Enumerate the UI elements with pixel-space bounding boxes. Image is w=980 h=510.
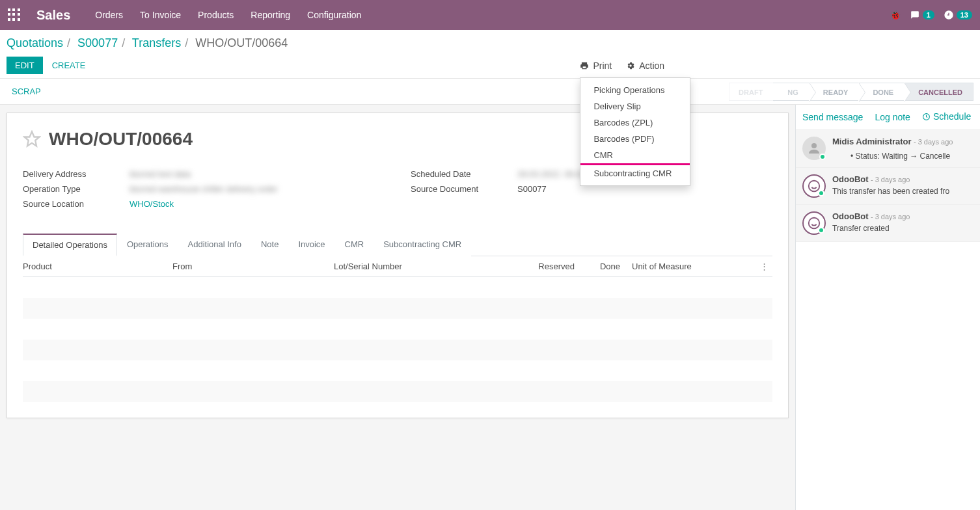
avatar [802,174,826,198]
statusbar-row: SCRAP DRAFT NG READY DONE CANCELLED [0,79,980,105]
topbar: Sales Orders To Invoice Products Reporti… [0,0,980,30]
col-done: Done [575,262,620,271]
print-picking-operations[interactable]: Picking Operations [580,82,690,98]
msg-author: OdooBot [832,211,869,221]
msg-author: Midis Administrator [832,137,912,146]
svg-point-1 [811,143,817,148]
crumb-s00077[interactable]: S00077 [77,36,118,49]
crumb-current: WHO/OUT/00664 [195,36,288,49]
chatter: Send message Log note Schedule Midis Adm… [795,105,980,510]
print-cmr[interactable]: CMR [580,147,690,165]
messages-indicator[interactable]: 1 [910,10,934,20]
gear-icon [626,61,635,70]
label-operation-type: Operation Type [23,184,129,194]
print-barcodes-pdf[interactable]: Barcodes (PDF) [580,131,690,147]
label-source-location: Source Location [23,199,129,209]
menu-reporting[interactable]: Reporting [251,10,290,20]
tab-subcontracting-cmr[interactable]: Subcontracting CMR [374,234,471,256]
table-row [23,381,772,402]
msg-time: - 3 days ago [871,176,910,183]
msg-time: - 3 days ago [871,213,910,221]
action-button[interactable]: Action [626,60,664,71]
status-done[interactable]: DONE [858,83,904,101]
value-operation-type: blurred warehouse chiller delivery order [129,184,278,194]
crumb-transfers[interactable]: Transfers [132,36,181,49]
person-icon [806,141,822,156]
chatter-message: OdooBot - 3 days ago This transfer has b… [796,168,980,205]
log-note-button[interactable]: Log note [875,112,910,122]
chatter-message: Midis Administrator - 3 days ago Status:… [796,130,980,168]
print-button[interactable]: Print [580,60,612,71]
msg-bullet: Status: Waiting → Cancelle [851,152,973,161]
chatter-actions: Send message Log note Schedule [796,105,980,130]
scrap-button[interactable]: SCRAP [7,87,46,96]
value-source-document: S00077 [517,184,547,194]
col-uom: Unit of Measure [620,262,718,271]
breadcrumb: Quotations/ S00077/ Transfers/ WHO/OUT/0… [7,36,973,50]
table-row [23,277,772,298]
tab-detailed-operations[interactable]: Detailed Operations [23,234,117,256]
label-source-document: Source Document [411,184,517,194]
menu-products[interactable]: Products [198,10,234,20]
print-subcontracting-cmr[interactable]: Subcontracting CMR [580,165,690,181]
main-wrap: WHO/OUT/00664 Delivery Address blurred t… [0,105,980,510]
value-delivery-address: blurred text data [129,169,191,179]
status-waiting[interactable]: NG [773,83,809,101]
col-reserved: Reserved [510,262,575,271]
avatar [802,211,826,235]
avatar [802,137,826,160]
msg-text: This transfer has been created fro [832,187,973,196]
clock-icon [944,10,954,20]
chatter-message: OdooBot - 3 days ago Transfer created [796,205,980,242]
create-button[interactable]: CREATE [52,60,86,70]
tab-additional-info[interactable]: Additional Info [178,234,251,256]
online-indicator [818,190,824,196]
tab-invoice[interactable]: Invoice [288,234,334,256]
kebab-icon[interactable]: ⋮ [718,262,772,271]
table-header: Product From Lot/Serial Number Reserved … [23,256,772,277]
clock-icon [922,113,931,121]
menu-configuration[interactable]: Configuration [307,10,361,20]
print-dropdown: Picking Operations Delivery Slip Barcode… [580,77,690,186]
msg-text: Transfer created [832,224,973,233]
status-ready[interactable]: READY [809,83,859,101]
status-cancelled[interactable]: CANCELLED [904,83,973,101]
msg-author: OdooBot [832,174,869,184]
table-body [23,277,772,402]
table-row [23,340,772,360]
print-delivery-slip[interactable]: Delivery Slip [580,98,690,114]
chat-icon [910,10,920,20]
status-draft[interactable]: DRAFT [729,83,773,101]
tab-cmr[interactable]: CMR [335,234,374,256]
schedule-button[interactable]: Schedule [922,111,971,123]
col-product: Product [23,262,172,271]
apps-icon[interactable] [8,8,21,21]
print-icon [580,61,589,70]
star-icon[interactable] [23,130,41,148]
online-indicator [819,154,826,160]
label-delivery-address: Delivery Address [23,169,129,179]
msg-time: - 3 days ago [914,138,953,146]
tab-operations[interactable]: Operations [117,234,178,256]
bug-icon[interactable]: 🐞 [890,10,901,20]
table-row [23,298,772,319]
messages-count: 1 [923,10,934,20]
topbar-right: 🐞 1 13 [890,10,972,20]
col-lot: Lot/Serial Number [334,262,510,271]
send-message-button[interactable]: Send message [802,112,863,122]
table-row [23,360,772,381]
activities-indicator[interactable]: 13 [944,10,972,20]
brand-title: Sales [36,8,70,23]
top-menu: Orders To Invoice Products Reporting Con… [95,10,361,20]
value-source-location[interactable]: WHO/Stock [129,199,174,209]
edit-button[interactable]: EDIT [7,57,43,74]
tab-note[interactable]: Note [251,234,288,256]
print-barcodes-zpl[interactable]: Barcodes (ZPL) [580,114,690,131]
col-from: From [172,262,334,271]
table-row [23,319,772,340]
crumb-quotations[interactable]: Quotations [7,36,63,49]
tab-content: Product From Lot/Serial Number Reserved … [23,256,772,402]
menu-orders[interactable]: Orders [95,10,123,20]
menu-to-invoice[interactable]: To Invoice [140,10,181,20]
document-title: WHO/OUT/00664 [49,129,193,150]
